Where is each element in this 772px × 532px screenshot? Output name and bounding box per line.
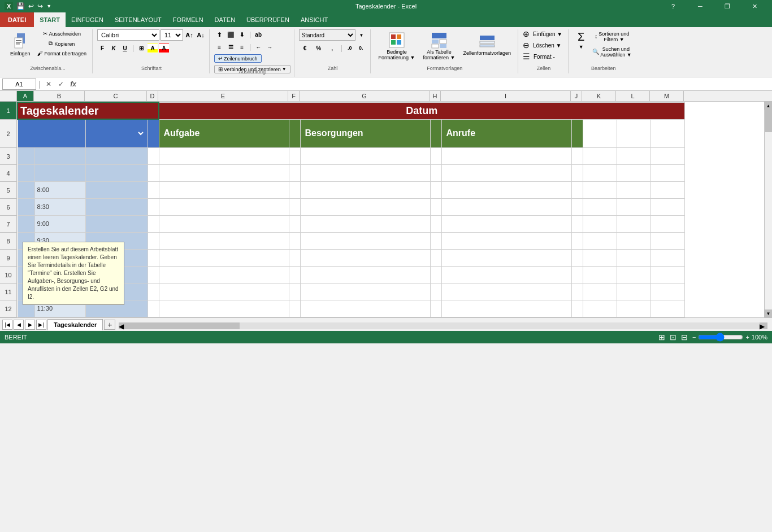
tab-seitenlayout[interactable]: SEITENLAYOUT <box>109 12 167 27</box>
cell-E7[interactable] <box>159 215 289 232</box>
cell-H9[interactable] <box>430 249 441 266</box>
cell-E3[interactable] <box>159 147 289 164</box>
col-header-B[interactable]: B <box>34 91 85 101</box>
bedingte-format-button[interactable]: BedingteFormatierung ▼ <box>375 29 419 63</box>
cell-J12[interactable] <box>571 300 583 317</box>
zoom-plus-btn[interactable]: + <box>745 334 749 341</box>
col-header-L[interactable]: L <box>616 91 650 101</box>
cell-K10[interactable] <box>583 266 617 283</box>
cell-L12[interactable] <box>617 300 650 317</box>
cell-A3[interactable] <box>18 147 34 164</box>
cell-H6[interactable] <box>430 198 441 215</box>
col-header-J[interactable]: J <box>571 91 582 101</box>
tab-ansicht[interactable]: ANSICHT <box>295 12 333 27</box>
cell-J7[interactable] <box>571 215 583 232</box>
cell-D10[interactable] <box>148 266 159 283</box>
align-top-btn[interactable]: ⬆ <box>214 29 224 40</box>
normal-view-icon[interactable]: ⊞ <box>658 333 665 342</box>
close-btn[interactable]: ✕ <box>741 0 767 12</box>
cell-H12[interactable] <box>430 300 441 317</box>
font-select[interactable]: Calibri <box>97 29 159 41</box>
cell-B7[interactable]: 9:00 <box>34 215 85 232</box>
cell-M5[interactable] <box>650 181 684 198</box>
restore-btn[interactable]: ❐ <box>714 0 740 12</box>
col-header-K[interactable]: K <box>582 91 616 101</box>
cell-A4[interactable] <box>18 164 34 181</box>
row-header-3[interactable]: 3 <box>0 148 16 165</box>
row-header-11[interactable]: 11 <box>0 284 16 300</box>
col-header-M[interactable]: M <box>650 91 684 101</box>
col-header-H[interactable]: H <box>430 91 441 101</box>
tab-formeln[interactable]: FORMELN <box>167 12 209 27</box>
cell-J8[interactable] <box>571 232 583 249</box>
cell-H10[interactable] <box>430 266 441 283</box>
scroll-track[interactable] <box>765 110 772 309</box>
align-middle-btn[interactable]: ⬛ <box>225 29 236 40</box>
cell-M9[interactable] <box>650 249 684 266</box>
cell-M11[interactable] <box>650 283 684 300</box>
font-color-button[interactable]: A <box>159 43 169 53</box>
cell-D12[interactable] <box>148 300 159 317</box>
cell-K3[interactable] <box>583 147 617 164</box>
cell-B4[interactable] <box>34 164 85 181</box>
cell-I8[interactable] <box>441 232 571 249</box>
cell-M3[interactable] <box>650 147 684 164</box>
cell-I12[interactable] <box>441 300 571 317</box>
cell-K7[interactable] <box>583 215 617 232</box>
cell-F6[interactable] <box>289 198 300 215</box>
suchen-button[interactable]: 🔍 Suchen undAuswählen ▼ <box>590 45 634 59</box>
cell-M4[interactable] <box>650 164 684 181</box>
font-size-select[interactable]: 11 <box>161 29 183 41</box>
cell-E10[interactable] <box>159 266 289 283</box>
cell-D2[interactable] <box>148 119 159 147</box>
cell-L5[interactable] <box>617 181 650 198</box>
zellformat-button[interactable]: Zellenformatvorlagen <box>459 29 514 59</box>
cell-G7[interactable] <box>300 215 430 232</box>
cell-H8[interactable] <box>430 232 441 249</box>
cell-H11[interactable] <box>430 283 441 300</box>
align-right-btn[interactable]: ≡ <box>237 42 247 52</box>
bold-button[interactable]: F <box>97 43 107 53</box>
cell-E11[interactable] <box>159 283 289 300</box>
cell-I3[interactable] <box>441 147 571 164</box>
cell-D11[interactable] <box>148 283 159 300</box>
text-direction-btn[interactable]: ab <box>253 29 263 40</box>
row-header-12[interactable]: 12 <box>0 300 16 317</box>
cell-C6[interactable] <box>85 198 148 215</box>
cell-J10[interactable] <box>571 266 583 283</box>
als-tabelle-button[interactable]: Als Tabelleformatieren ▼ <box>420 29 459 63</box>
zellen-einfuegen-btn[interactable]: Einfügen ▼ <box>531 30 565 38</box>
cell-L8[interactable] <box>617 232 650 249</box>
col-header-I[interactable]: I <box>441 91 571 101</box>
horizontal-scrollbar[interactable]: ◀ ▶ <box>119 322 767 329</box>
cell-J9[interactable] <box>571 249 583 266</box>
align-left-btn[interactable]: ≡ <box>214 42 224 52</box>
cancel-icon[interactable]: ✕ <box>43 79 54 90</box>
cell-L4[interactable] <box>617 164 650 181</box>
number-format-select[interactable]: Standard <box>299 29 355 41</box>
cell-G12[interactable] <box>300 300 430 317</box>
cell-G6[interactable] <box>300 198 430 215</box>
cell-I7[interactable] <box>441 215 571 232</box>
add-sheet-button[interactable]: + <box>104 320 115 330</box>
cell-D7[interactable] <box>148 215 159 232</box>
col-header-E[interactable]: E <box>158 91 288 101</box>
cell-M7[interactable] <box>650 215 684 232</box>
percent-btn[interactable]: % <box>313 43 325 53</box>
cell-D4[interactable] <box>148 164 159 181</box>
cell-E8[interactable] <box>159 232 289 249</box>
number-dropdown-btn[interactable]: ▼ <box>357 30 367 40</box>
corner-cell[interactable] <box>0 91 17 101</box>
increase-decimal-btn[interactable]: .0 <box>345 43 355 53</box>
row-header-9[interactable]: 9 <box>0 250 16 267</box>
cell-I2[interactable]: Anrufe <box>441 119 571 147</box>
kopieren-button[interactable]: ⧉ Kopieren <box>35 39 89 48</box>
cell-D5[interactable] <box>148 181 159 198</box>
cell-L2[interactable] <box>617 119 650 147</box>
row-header-10[interactable]: 10 <box>0 267 16 284</box>
dropdown-select[interactable] <box>88 120 145 147</box>
cell-G5[interactable] <box>300 181 430 198</box>
row-header-4[interactable]: 4 <box>0 165 16 182</box>
cell-H5[interactable] <box>430 181 441 198</box>
increase-font-btn[interactable]: A↑ <box>184 30 194 40</box>
